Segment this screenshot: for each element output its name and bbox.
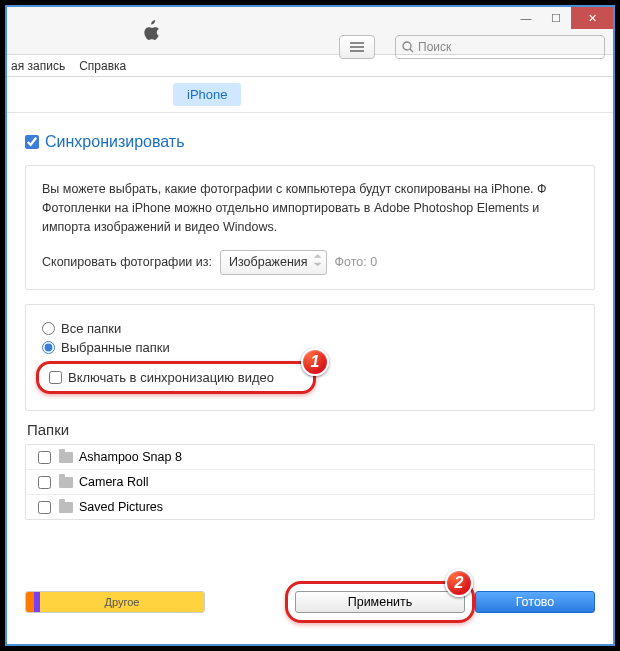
radio-all-folders[interactable]: Все папки	[42, 321, 578, 336]
info-text-1: Вы можете выбрать, какие фотографии с ко…	[42, 180, 578, 199]
content-area: Синхронизировать Вы можете выбрать, каки…	[7, 113, 613, 520]
apple-logo-icon	[141, 19, 161, 43]
folder-scope-card: Все папки Выбранные папки Включать в син…	[25, 304, 595, 411]
info-text-2: Фотопленки на iPhone можно отдельно импо…	[42, 199, 578, 218]
search-placeholder: Поиск	[418, 40, 451, 54]
folder-icon	[59, 502, 73, 513]
folder-icon	[59, 477, 73, 488]
folder-item[interactable]: Saved Pictures	[26, 495, 594, 519]
folder-item[interactable]: Ashampoo Snap 8	[26, 445, 594, 470]
view-list-button[interactable]	[339, 35, 375, 59]
window-controls: — ☐ ✕	[511, 7, 613, 29]
sync-title: Синхронизировать	[45, 133, 185, 151]
annotation-badge-2: 2	[445, 569, 473, 597]
folder-checkbox[interactable]	[38, 501, 51, 514]
annotation-badge-1: 1	[301, 348, 329, 376]
storage-seg-other: Другое	[40, 592, 204, 612]
info-card: Вы можете выбрать, какие фотографии с ко…	[25, 165, 595, 290]
folder-checkbox[interactable]	[38, 476, 51, 489]
app-window: — ☐ ✕ Поиск ая запись Справка iPhone Син…	[6, 6, 614, 645]
minimize-button[interactable]: —	[511, 7, 541, 29]
photo-count: Фото: 0	[335, 253, 378, 272]
menu-item-record[interactable]: ая запись	[11, 59, 65, 73]
list-icon	[349, 41, 365, 53]
copy-label: Скопировать фотографии из:	[42, 253, 212, 272]
apply-wrap: 2 Применить	[295, 591, 465, 613]
apply-button[interactable]: Применить	[295, 591, 465, 613]
info-text-3: импорта изображений и видео Windows.	[42, 218, 578, 237]
search-icon	[402, 41, 414, 53]
sync-checkbox[interactable]	[25, 135, 39, 149]
menu-item-help[interactable]: Справка	[79, 59, 126, 73]
highlight-include-video: Включать в синхронизацию видео 1	[36, 361, 316, 394]
done-button[interactable]: Готово	[475, 591, 595, 613]
tab-iphone[interactable]: iPhone	[173, 83, 241, 106]
storage-seg-1	[26, 592, 34, 612]
tab-row: iPhone	[7, 77, 613, 113]
folder-icon	[59, 452, 73, 463]
close-button[interactable]: ✕	[571, 7, 613, 29]
include-video-label: Включать в синхронизацию видео	[68, 370, 274, 385]
sync-row: Синхронизировать	[25, 133, 595, 151]
titlebar: — ☐ ✕ Поиск	[7, 7, 613, 55]
maximize-button[interactable]: ☐	[541, 7, 571, 29]
folder-list: Ashampoo Snap 8 Camera Roll Saved Pictur…	[25, 444, 595, 520]
folders-title: Папки	[27, 421, 595, 438]
storage-bar: Другое	[25, 591, 205, 613]
copy-source-select[interactable]: Изображения	[220, 250, 327, 275]
folder-checkbox[interactable]	[38, 451, 51, 464]
folder-item[interactable]: Camera Roll	[26, 470, 594, 495]
svg-line-1	[410, 49, 413, 52]
svg-point-0	[403, 42, 411, 50]
copy-source-row: Скопировать фотографии из: Изображения Ф…	[42, 250, 578, 275]
bottom-bar: Другое 2 Применить Готово	[25, 580, 595, 624]
radio-all-input[interactable]	[42, 322, 55, 335]
radio-selected-input[interactable]	[42, 341, 55, 354]
include-video-checkbox[interactable]	[49, 371, 62, 384]
search-input[interactable]: Поиск	[395, 35, 605, 59]
